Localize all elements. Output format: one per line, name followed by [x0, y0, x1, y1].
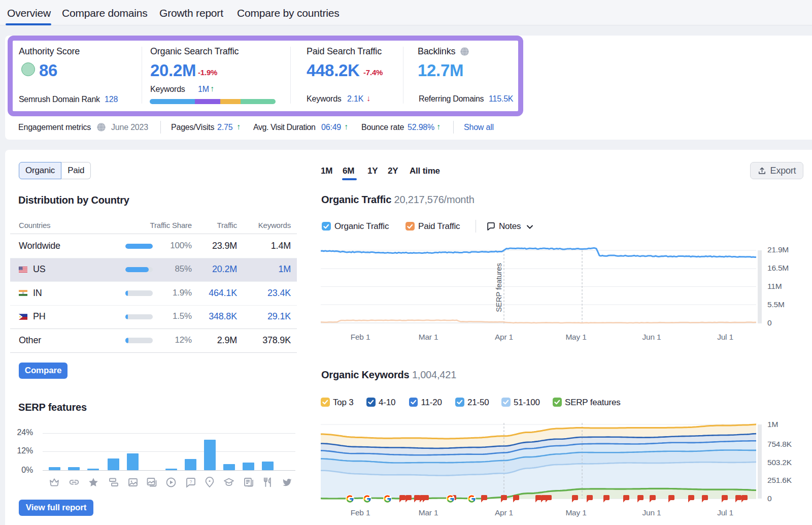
svg-text:?: ?	[190, 479, 192, 484]
